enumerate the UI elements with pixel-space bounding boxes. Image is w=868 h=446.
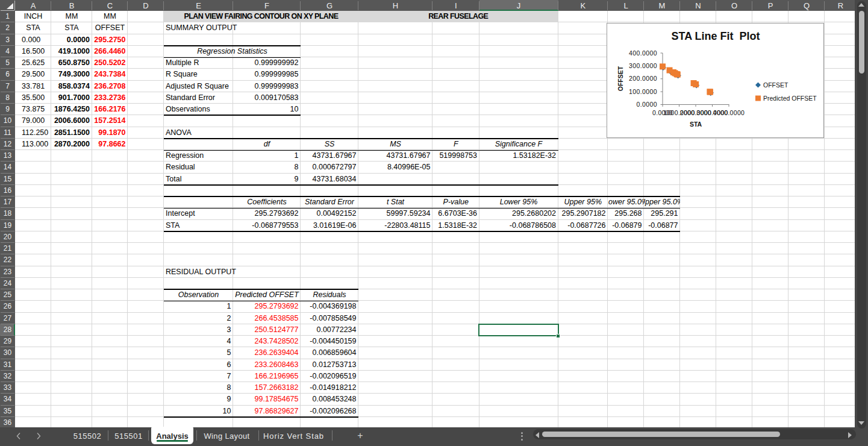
svg-text:Predicted OFFSET: Predicted OFFSET [763, 95, 817, 102]
svg-text:300.0000: 300.0000 [629, 62, 657, 69]
svg-text:100.0000: 100.0000 [629, 88, 657, 95]
svg-text:OFFSET: OFFSET [763, 81, 788, 89]
svg-text:200.0000: 200.0000 [629, 75, 657, 82]
svg-text:STA Line Fit Plot: STA Line Fit Plot [672, 30, 760, 42]
svg-text:400.0000: 400.0000 [629, 49, 657, 57]
svg-text:0.0000: 0.0000 [636, 101, 657, 108]
svg-text:STA: STA [690, 121, 702, 128]
svg-text:4000.0000: 4000.0000 [713, 109, 745, 116]
svg-text:OFFSET: OFFSET [617, 66, 624, 91]
